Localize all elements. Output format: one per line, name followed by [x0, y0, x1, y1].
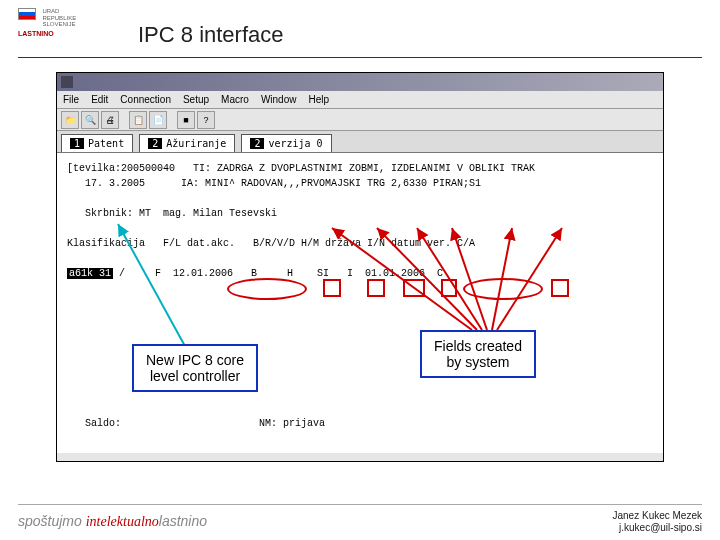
toolbar-btn-find[interactable]: 🔍 [81, 111, 99, 129]
menu-edit[interactable]: Edit [91, 94, 108, 105]
slide-footer: spoštujmo intelektualnolastnino Janez Ku… [18, 504, 702, 534]
tab-azuriranje[interactable]: 2Ažuriranje [139, 134, 235, 152]
tabbar: 1Patent 2Ažuriranje 2verzija 0 [57, 131, 663, 153]
logo-word: LASTNINO [18, 30, 88, 37]
menu-setup[interactable]: Setup [183, 94, 209, 105]
page-title: IPC 8 interface [138, 22, 284, 48]
content-line-saldo: Saldo: NM: prijava [67, 416, 653, 431]
menu-file[interactable]: File [63, 94, 79, 105]
titlebar [57, 73, 663, 91]
callout-ipc-core: New IPC 8 corelevel controller [132, 344, 258, 392]
toolbar: 📁 🔍 🖨 📋 📄 ■ ? [57, 109, 663, 131]
menu-help[interactable]: Help [308, 94, 329, 105]
content-blank [67, 401, 653, 416]
menu-window[interactable]: Window [261, 94, 297, 105]
menubar: File Edit Connection Setup Macro Window … [57, 91, 663, 109]
toolbar-btn-copy[interactable]: 📋 [129, 111, 147, 129]
toolbar-sep [121, 111, 127, 129]
arrow-left [106, 218, 226, 348]
toolbar-btn-stop[interactable]: ■ [177, 111, 195, 129]
org-logo: URAD REPUBLIKE SLOVENIJE LASTNINO [18, 8, 88, 50]
svg-line-1 [332, 228, 472, 330]
menu-macro[interactable]: Macro [221, 94, 249, 105]
flag-icon [18, 8, 36, 20]
toolbar-sep [169, 111, 175, 129]
arrows-right [322, 222, 572, 342]
callout-fields: Fields createdby system [420, 330, 536, 378]
footer-contact: Janez Kukec Mezekj.kukec@uil-sipo.si [613, 510, 703, 534]
svg-line-5 [492, 228, 512, 330]
menu-connection[interactable]: Connection [120, 94, 171, 105]
svg-line-0 [118, 224, 186, 348]
org-text: URAD REPUBLIKE SLOVENIJE [42, 8, 76, 28]
content-blank [67, 191, 653, 206]
slide-header: URAD REPUBLIKE SLOVENIJE LASTNINO IPC 8 … [18, 8, 702, 58]
content-line-2: 17. 3.2005 IA: MINI^ RADOVAN,,,PRVOMAJSK… [67, 176, 653, 191]
app-icon [61, 76, 73, 88]
toolbar-btn-open[interactable]: 📁 [61, 111, 79, 129]
tab-verzija[interactable]: 2verzija 0 [241, 134, 331, 152]
svg-line-6 [497, 228, 562, 330]
footer-tagline: spoštujmo intelektualnolastnino [18, 513, 207, 530]
toolbar-btn-paste[interactable]: 📄 [149, 111, 167, 129]
tab-patent[interactable]: 1Patent [61, 134, 133, 152]
highlight-date-1 [227, 278, 307, 300]
toolbar-btn-print[interactable]: 🖨 [101, 111, 119, 129]
svg-line-4 [452, 228, 487, 330]
content-line-1: [tevilka:200500040 TI: ZADRGA Z DVOPLAST… [67, 161, 653, 176]
toolbar-btn-help[interactable]: ? [197, 111, 215, 129]
